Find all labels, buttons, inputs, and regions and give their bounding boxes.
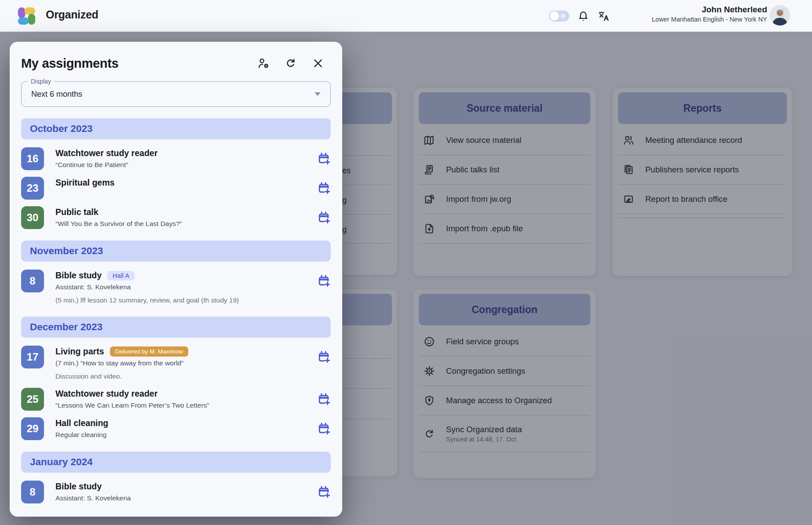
assignment-detailtitle: Discussion and video.	[55, 372, 317, 381]
user-congregation: Lower Manhattan English - New York NY	[652, 16, 767, 23]
date-badge: 30	[21, 206, 44, 229]
app-logo-icon	[15, 4, 39, 28]
delivered-badge: Delivered by M. Maximow	[110, 346, 189, 357]
modal-body: Display Next 6 months October 202316Watc…	[10, 73, 342, 517]
assignment-row: 23Spiritual gems	[21, 177, 331, 200]
date-badge: 29	[21, 417, 44, 440]
assignment-subtitle: “Continue to Be Patient”	[55, 160, 317, 170]
month-banner: October 2023	[21, 118, 331, 139]
assignment-subtitle: Regular cleaning	[55, 430, 317, 440]
chevron-down-icon	[315, 92, 321, 96]
user-menu[interactable]: John Netherleed Lower Manhattan English …	[652, 5, 767, 23]
assignment-row: 17Living partsDelivered by M. Maximow(7 …	[21, 346, 331, 381]
add-to-calendar-button[interactable]	[317, 485, 331, 499]
date-badge: 8	[21, 481, 44, 503]
assignment-title: Hall cleaning	[55, 418, 108, 428]
calendar-add-icon	[317, 273, 331, 288]
assignment-subtitle: “Will You Be a Survivor of the Last Days…	[55, 219, 317, 229]
add-to-calendar-button[interactable]	[317, 421, 331, 435]
theme-toggle[interactable]	[549, 11, 569, 22]
month-banner: November 2023	[21, 241, 331, 262]
assignment-title: Living parts	[55, 346, 104, 357]
assignment-subtitle: (7 min.) “How to stay away from the worl…	[55, 359, 317, 368]
bell-icon	[577, 10, 590, 23]
assignment-row: 8Bible studyAssistant: S. Kovelekena	[21, 481, 331, 503]
assignment-title: Spiritual gems	[55, 178, 114, 188]
person-gear-icon	[257, 57, 270, 70]
translate-icon	[597, 10, 611, 23]
assignment-title: Bible study	[55, 270, 102, 281]
month-banner: January 2024	[21, 452, 331, 473]
refresh-assignments-button[interactable]	[283, 56, 298, 71]
assignment-title: Watchtower study reader	[55, 389, 157, 399]
date-badge: 23	[21, 177, 44, 200]
add-to-calendar-button[interactable]	[317, 210, 331, 224]
assignment-subtitle: “Lessons We Can Learn From Peter’s Two L…	[55, 401, 317, 410]
calendar-add-icon	[317, 485, 331, 499]
month-banner: December 2023	[21, 317, 331, 338]
modal-header: My assignments	[10, 42, 342, 73]
date-badge: 8	[21, 270, 44, 292]
hall-chip: Hall A	[107, 271, 135, 281]
add-to-calendar-button[interactable]	[317, 350, 331, 364]
user-name: John Netherleed	[652, 5, 767, 15]
assignment-title: Bible study	[55, 481, 102, 492]
date-badge: 17	[21, 346, 44, 368]
assignment-row: 16Watchtower study reader“Continue to Be…	[21, 147, 331, 170]
assignment-row: 8Bible studyHall AAssistant: S. Koveleke…	[21, 270, 331, 305]
modal-title: My assignments	[21, 56, 256, 71]
notifications-button[interactable]	[576, 9, 590, 23]
app-header: Organized John Netherleed L	[0, 0, 812, 32]
display-select-label: Display	[28, 78, 54, 85]
display-select-value: Next 6 months	[31, 90, 315, 99]
assignment-settings-button[interactable]	[256, 56, 271, 71]
assignment-title: Watchtower study reader	[55, 148, 157, 158]
display-select[interactable]: Display Next 6 months	[21, 81, 331, 107]
date-badge: 25	[21, 388, 44, 411]
calendar-add-icon	[317, 350, 331, 364]
sun-icon	[560, 12, 567, 20]
add-to-calendar-button[interactable]	[317, 151, 331, 165]
avatar[interactable]	[770, 5, 790, 26]
calendar-add-icon	[317, 421, 331, 435]
assignment-row: 25Watchtower study reader“Lessons We Can…	[21, 388, 331, 411]
date-badge: 16	[21, 147, 44, 170]
toggle-knob	[550, 11, 559, 21]
calendar-add-icon	[317, 210, 331, 224]
close-icon	[312, 57, 324, 69]
assignment-row: 29Hall cleaningRegular cleaning	[21, 417, 331, 440]
add-to-calendar-button[interactable]	[317, 273, 331, 288]
assignment-row: 30Public talk“Will You Be a Survivor of …	[21, 206, 331, 229]
close-modal-button[interactable]	[311, 56, 326, 71]
calendar-add-icon	[317, 181, 331, 195]
my-assignments-modal: My assignments	[10, 42, 342, 517]
assignment-title: Public talk	[55, 207, 99, 217]
assignments-list: October 202316Watchtower study reader“Co…	[21, 118, 331, 503]
add-to-calendar-button[interactable]	[317, 181, 331, 195]
language-button[interactable]	[596, 9, 611, 23]
calendar-add-icon	[317, 392, 331, 406]
assignment-subtitle: Assistant: S. Kovelekena	[55, 494, 317, 503]
assignment-subtitle: Assistant: S. Kovelekena	[55, 283, 317, 292]
app-title: Organized	[46, 8, 99, 21]
refresh-icon	[284, 57, 297, 70]
calendar-add-icon	[317, 151, 331, 165]
assignment-detailtitle: (5 min.) lff lesson 12 summary, review, …	[55, 296, 317, 305]
add-to-calendar-button[interactable]	[317, 392, 331, 406]
